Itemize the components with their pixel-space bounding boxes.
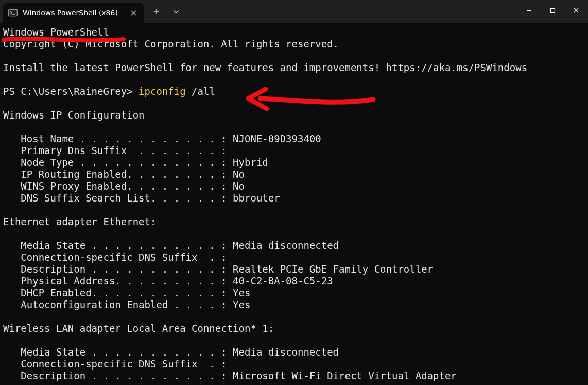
minimize-button[interactable] bbox=[517, 0, 541, 21]
install-message: Install the latest PowerShell for new fe… bbox=[3, 62, 527, 73]
close-window-button[interactable] bbox=[564, 0, 588, 21]
title-bar: Windows PowerShell (x86) bbox=[0, 0, 588, 23]
ps-header-2: Copyright (C) Microsoft Corporation. All… bbox=[3, 38, 339, 49]
svg-rect-0 bbox=[9, 9, 18, 16]
adapter2-title: Wireless LAN adapter Local Area Connecti… bbox=[3, 323, 274, 334]
tab-title: Windows PowerShell (x86) bbox=[23, 9, 118, 17]
tab-dropdown-button[interactable] bbox=[166, 0, 186, 23]
ipconfig-line: Node Type . . . . . . . . . . . . : Hybr… bbox=[3, 157, 268, 168]
command-name: ipconfig bbox=[139, 86, 186, 97]
adapter1-line: Autoconfiguration Enabled . . . . : Yes bbox=[3, 299, 250, 310]
window-controls bbox=[517, 0, 588, 21]
ipconfig-line: Host Name . . . . . . . . . . . . : NJON… bbox=[3, 133, 321, 144]
terminal-output: Windows PowerShell Copyright (C) Microso… bbox=[3, 26, 585, 382]
adapter2-line: Connection-specific DNS Suffix . : bbox=[3, 358, 227, 370]
adapter1-line: Media State . . . . . . . . . . . : Medi… bbox=[3, 240, 339, 251]
tab-close-button[interactable] bbox=[129, 8, 139, 18]
adapter1-line: Description . . . . . . . . . . . : Real… bbox=[3, 263, 433, 275]
ps-header-1: Windows PowerShell bbox=[3, 26, 109, 38]
command-args: /all bbox=[186, 86, 215, 97]
terminal-viewport[interactable]: Windows PowerShell Copyright (C) Microso… bbox=[0, 23, 588, 385]
ipconfig-title: Windows IP Configuration bbox=[3, 109, 145, 121]
adapter1-line: Connection-specific DNS Suffix . : bbox=[3, 252, 227, 263]
maximize-button[interactable] bbox=[541, 0, 564, 21]
ipconfig-line: Primary Dns Suffix . . . . . . . : bbox=[3, 145, 227, 156]
prompt-prefix: PS C:\Users\RaineGrey> bbox=[3, 86, 139, 97]
adapter2-line: Description . . . . . . . . . . . : Micr… bbox=[3, 370, 457, 381]
terminal-tab[interactable]: Windows PowerShell (x86) bbox=[3, 3, 144, 23]
svg-rect-3 bbox=[550, 8, 555, 12]
ipconfig-line: IP Routing Enabled. . . . . . . . : No bbox=[3, 169, 245, 180]
new-tab-button[interactable] bbox=[147, 0, 166, 23]
adapter1-line: Physical Address. . . . . . . . . : 40-C… bbox=[3, 275, 333, 287]
adapter2-line: Media State . . . . . . . . . . . : Medi… bbox=[3, 346, 339, 358]
ipconfig-line: WINS Proxy Enabled. . . . . . . . : No bbox=[3, 180, 245, 192]
ipconfig-line: DNS Suffix Search List. . . . . . : bbro… bbox=[3, 192, 280, 204]
powershell-icon bbox=[8, 8, 18, 18]
adapter1-line: DHCP Enabled. . . . . . . . . . . : Yes bbox=[3, 287, 250, 298]
adapter1-title: Ethernet adapter Ethernet: bbox=[3, 216, 156, 227]
